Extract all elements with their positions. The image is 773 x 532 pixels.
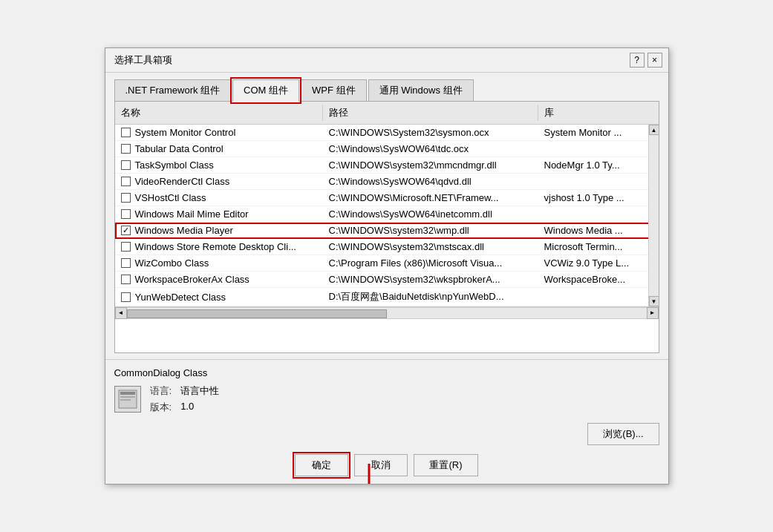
cell-lib [538, 212, 659, 217]
row-checkbox[interactable] [121, 292, 131, 302]
cell-path: C:\WINDOWS\system32\wkspbrokerA... [323, 272, 538, 287]
header-lib: 库 [538, 105, 659, 121]
cell-lib: NodeMgr 1.0 Ty... [538, 157, 659, 173]
table-row[interactable]: WorkspaceBrokerAx ClassC:\WINDOWS\system… [115, 272, 659, 288]
vertical-scrollbar[interactable]: ▲ ▼ [648, 125, 659, 306]
help-button[interactable]: ? [630, 53, 645, 68]
reset-button[interactable]: 重置(R) [414, 454, 477, 476]
cell-lib: WorkspaceBroke... [538, 272, 659, 287]
info-row: 语言: 语言中性 版本: 1.0 [114, 384, 659, 414]
table-row[interactable]: Tabular Data ControlC:\Windows\SysWOW64\… [115, 141, 659, 157]
cell-name: System Monitor Control [115, 125, 323, 140]
row-checkbox[interactable] [121, 226, 131, 235]
cell-path: C:\Program Files (x86)\Microsoft Visua..… [323, 255, 538, 271]
row-checkbox[interactable] [121, 275, 131, 284]
scroll-up-btn[interactable]: ▲ [649, 125, 659, 135]
table-row[interactable]: WizCombo ClassC:\Program Files (x86)\Mic… [115, 255, 659, 272]
header-name: 名称 [115, 105, 323, 121]
cancel-button[interactable]: 取消 [354, 454, 408, 476]
cell-name: WizCombo Class [115, 255, 323, 271]
cell-lib: Microsoft Termin... [538, 239, 659, 254]
cell-path: C:\WINDOWS\system32\mstscax.dll [323, 239, 538, 254]
title-buttons: ? × [630, 53, 662, 68]
tab-wpf[interactable]: WPF 组件 [301, 79, 367, 102]
cell-name: YunWebDetect Class [115, 289, 323, 305]
cell-path: C:\WINDOWS\System32\sysmon.ocx [323, 125, 538, 140]
table-row[interactable]: System Monitor ControlC:\WINDOWS\System3… [115, 125, 659, 141]
cell-lib: System Monitor ... [538, 125, 659, 140]
svg-rect-3 [120, 399, 131, 401]
lang-label: 语言: [150, 384, 172, 398]
title-bar: 选择工具箱项 ? × [105, 48, 668, 73]
table-row[interactable]: Windows Store Remote Desktop Cli...C:\WI… [115, 239, 659, 255]
lang-value: 语言中性 [180, 384, 219, 398]
tab-win[interactable]: 通用 Windows 组件 [368, 79, 474, 102]
dialog-footer: 确定 取消 重置(R) [105, 448, 668, 484]
row-checkbox[interactable] [121, 242, 131, 252]
dialog: 选择工具箱项 ? × .NET Framework 组件 COM 组件 WPF … [105, 47, 669, 485]
row-checkbox[interactable] [121, 144, 131, 154]
cell-name: VideoRenderCtl Class [115, 174, 323, 189]
cell-path: C:\WINDOWS\Microsoft.NET\Framew... [323, 190, 538, 206]
cell-name: Windows Store Remote Desktop Cli... [115, 239, 323, 254]
row-checkbox[interactable] [121, 258, 131, 268]
info-title: CommonDialog Class [114, 367, 659, 378]
header-path: 路径 [323, 105, 538, 121]
tab-bar: .NET Framework 组件 COM 组件 WPF 组件 通用 Windo… [114, 79, 659, 101]
cell-lib: vjshost 1.0 Type ... [538, 190, 659, 206]
hscroll-thumb [127, 309, 387, 318]
cell-lib: VCWiz 9.0 Type L... [538, 255, 659, 271]
table-row[interactable]: YunWebDetect ClassD:\百度网盘\BaiduNetdisk\n… [115, 288, 659, 306]
cell-name: VSHostCtl Class [115, 190, 323, 206]
cell-path: D:\百度网盘\BaiduNetdisk\npYunWebD... [323, 288, 538, 306]
cell-name: WorkspaceBrokerAx Class [115, 272, 323, 287]
row-checkbox[interactable] [121, 209, 131, 219]
cell-path: C:\Windows\SysWOW64\qdvd.dll [323, 174, 538, 189]
row-checkbox[interactable] [121, 128, 131, 137]
cell-path: C:\Windows\SysWOW64\inetcomm.dll [323, 206, 538, 222]
cell-name: Tabular Data Control [115, 141, 323, 157]
info-section: CommonDialog Class 语言: 语言中性 版本: 1.0 [105, 359, 668, 420]
scroll-down-btn[interactable]: ▼ [649, 296, 659, 306]
scroll-track [649, 135, 659, 296]
browse-button[interactable]: 浏览(B)... [587, 423, 659, 445]
tab-com[interactable]: COM 组件 [232, 79, 299, 102]
tab-panel: 名称 路径 库 System Monitor ControlC:\WINDOWS… [114, 101, 659, 353]
dialog-content: .NET Framework 组件 COM 组件 WPF 组件 通用 Windo… [105, 73, 668, 359]
ver-label: 版本: [150, 401, 172, 414]
table-row[interactable]: Windows Media PlayerC:\WINDOWS\system32\… [115, 223, 659, 239]
cell-path: C:\WINDOWS\system32\mmcndmgr.dll [323, 157, 538, 173]
ver-value: 1.0 [180, 401, 219, 414]
cell-path: C:\WINDOWS\system32\wmp.dll [323, 223, 538, 238]
scroll-left-btn[interactable]: ◄ [115, 307, 127, 319]
hscroll-track [127, 307, 647, 319]
horizontal-scrollbar[interactable]: ◄ ► [115, 306, 659, 318]
cell-lib [538, 295, 659, 299]
cell-lib [538, 147, 659, 151]
component-icon [114, 386, 141, 413]
scroll-right-btn[interactable]: ► [647, 307, 659, 319]
cell-lib [538, 180, 659, 184]
svg-rect-2 [120, 396, 135, 398]
row-checkbox[interactable] [121, 177, 131, 186]
cell-name: Windows Mail Mime Editor [115, 206, 323, 222]
cell-name: Windows Media Player [115, 223, 323, 238]
table-row[interactable]: VideoRenderCtl ClassC:\Windows\SysWOW64\… [115, 174, 659, 190]
dialog-title: 选择工具箱项 [114, 53, 172, 67]
ok-button[interactable]: 确定 [295, 454, 348, 476]
row-checkbox[interactable] [121, 193, 131, 203]
table-header: 名称 路径 库 [115, 102, 659, 125]
tab-net[interactable]: .NET Framework 组件 [114, 79, 232, 102]
browse-area: 浏览(B)... [105, 420, 668, 448]
svg-rect-1 [120, 392, 135, 395]
cell-name: TaskSymbol Class [115, 157, 323, 173]
table-body: System Monitor ControlC:\WINDOWS\System3… [115, 125, 659, 306]
cell-path: C:\Windows\SysWOW64\tdc.ocx [323, 141, 538, 157]
cell-lib: Windows Media ... [538, 223, 659, 238]
table-row[interactable]: Windows Mail Mime EditorC:\Windows\SysWO… [115, 206, 659, 223]
row-checkbox[interactable] [121, 160, 131, 170]
table-row[interactable]: TaskSymbol ClassC:\WINDOWS\system32\mmcn… [115, 157, 659, 174]
info-fields: 语言: 语言中性 版本: 1.0 [150, 384, 220, 414]
table-row[interactable]: VSHostCtl ClassC:\WINDOWS\Microsoft.NET\… [115, 190, 659, 206]
close-button[interactable]: × [648, 53, 662, 68]
